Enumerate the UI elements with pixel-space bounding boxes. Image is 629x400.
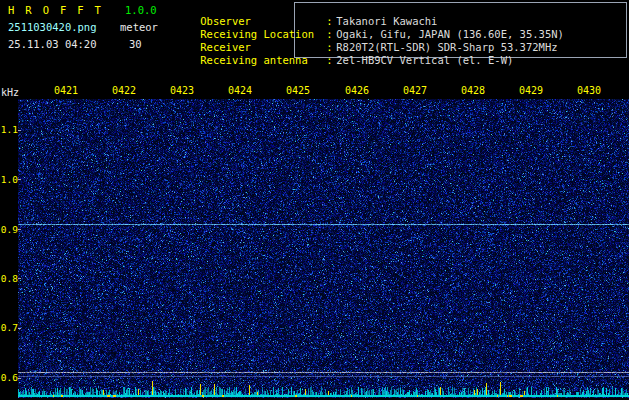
x-tick-label: 0427 <box>400 85 430 96</box>
station-separator: : <box>326 55 336 66</box>
x-tick-label: 0425 <box>283 85 313 96</box>
y-axis-unit: kHz <box>1 87 19 98</box>
y-tick-label: 0.9 <box>0 224 18 235</box>
duration-minutes: 30 <box>129 39 142 50</box>
y-tick-label: 0.6 <box>0 372 18 383</box>
y-tick-label: 1.0 <box>0 174 18 185</box>
y-tick-label: 0.7 <box>0 322 18 333</box>
y-tick-label: 1.1 <box>0 124 18 135</box>
observation-datetime: 25.11.03 04:20 <box>8 39 97 50</box>
observation-mode: meteor <box>120 22 158 33</box>
app-title: HROFFT <box>8 5 112 16</box>
app-version: 1.0.0 <box>125 5 157 16</box>
station-label: Receiving antenna <box>200 55 326 66</box>
x-tick-label: 0429 <box>516 85 546 96</box>
x-tick-label: 0430 <box>574 85 604 96</box>
station-info-row: Receiving antenna:2el-HB9CV Vertical (el… <box>175 44 513 77</box>
x-tick-label: 0428 <box>458 85 488 96</box>
x-tick-label: 0424 <box>225 85 255 96</box>
output-filename: 2511030420.png <box>8 22 97 33</box>
x-tick-label: 0421 <box>51 85 81 96</box>
spectrogram-canvas <box>18 99 629 398</box>
x-tick-label: 0426 <box>342 85 372 96</box>
x-tick-label: 0423 <box>167 85 197 96</box>
y-tick-label: 0.8 <box>0 273 18 284</box>
station-value: 2el-HB9CV Vertical (el. E-W) <box>336 54 513 66</box>
x-tick-label: 0422 <box>109 85 139 96</box>
hrofft-window: HROFFT 1.0.0 2511030420.png meteor 25.11… <box>0 0 629 400</box>
